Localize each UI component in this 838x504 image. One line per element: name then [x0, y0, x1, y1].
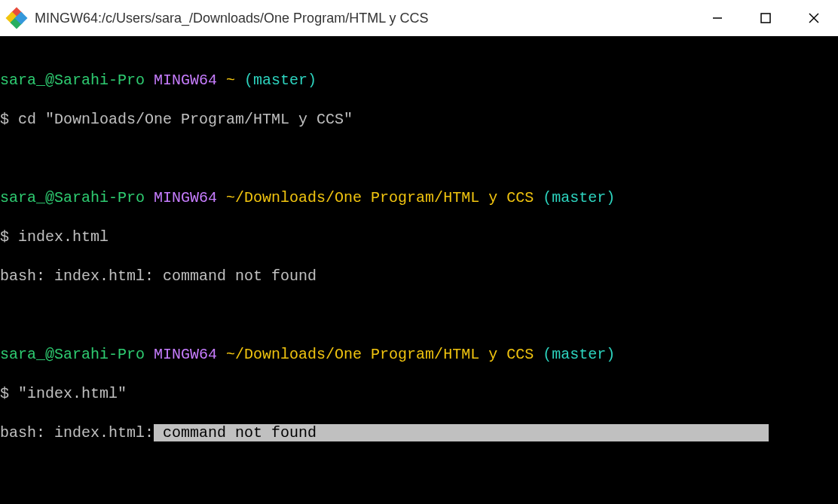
- title-bar: MINGW64:/c/Users/sara_/Downloads/One Pro…: [0, 0, 838, 36]
- dollar: $: [0, 228, 9, 246]
- blank-line: [0, 306, 838, 325]
- prompt-branch: (master): [244, 72, 317, 89]
- maximize-button[interactable]: [742, 0, 790, 36]
- prompt-branch: (master): [543, 346, 615, 363]
- prompt-mingw: MINGW64: [154, 189, 217, 206]
- prompt-line: sara_@Sarahi-Pro MINGW64 ~/Downloads/One…: [0, 345, 838, 365]
- command-text: index.html: [18, 228, 109, 246]
- command-text: cd "Downloads/One Program/HTML y CCS": [18, 111, 353, 128]
- error-line-highlighted: bash: index.html: command not found: [0, 423, 838, 443]
- prompt-user: sara_@Sarahi-Pro: [0, 346, 145, 363]
- command-text: "index.html": [18, 385, 127, 402]
- prompt-path: ~: [226, 72, 235, 89]
- blank-line: [0, 463, 838, 482]
- command-line: $ cd "Downloads/One Program/HTML y CCS": [0, 110, 838, 130]
- command-line: $ index.html: [0, 228, 838, 247]
- window-controls: [693, 0, 838, 36]
- prompt-branch: (master): [543, 189, 615, 206]
- prompt-mingw: MINGW64: [154, 346, 217, 363]
- prompt-user: sara_@Sarahi-Pro: [0, 189, 145, 206]
- svg-rect-1: [761, 14, 770, 23]
- prompt-mingw: MINGW64: [154, 72, 217, 89]
- blank-line: [0, 149, 838, 169]
- highlighted-text: command not found: [154, 424, 317, 441]
- dollar: $: [0, 111, 9, 128]
- terminal-area[interactable]: sara_@Sarahi-Pro MINGW64 ~ (master) $ cd…: [0, 36, 838, 504]
- close-button[interactable]: [790, 0, 838, 36]
- mingw-app-icon: [8, 9, 26, 27]
- error-text: bash: index.html:: [0, 424, 154, 441]
- prompt-user: sara_@Sarahi-Pro: [0, 72, 145, 89]
- prompt-path: ~/Downloads/One Program/HTML y CCS: [226, 346, 534, 363]
- dollar: $: [0, 385, 9, 402]
- prompt-line: sara_@Sarahi-Pro MINGW64 ~/Downloads/One…: [0, 188, 838, 208]
- error-text: bash: index.html: command not found: [0, 267, 317, 285]
- prompt-path: ~/Downloads/One Program/HTML y CCS: [226, 189, 534, 206]
- highlight-fill: [317, 424, 769, 441]
- minimize-button[interactable]: [693, 0, 742, 36]
- error-line: bash: index.html: command not found: [0, 267, 838, 286]
- prompt-line: sara_@Sarahi-Pro MINGW64 ~ (master): [0, 71, 838, 90]
- window-title: MINGW64:/c/Users/sara_/Downloads/One Pro…: [35, 11, 428, 26]
- command-line: $ "index.html": [0, 384, 838, 404]
